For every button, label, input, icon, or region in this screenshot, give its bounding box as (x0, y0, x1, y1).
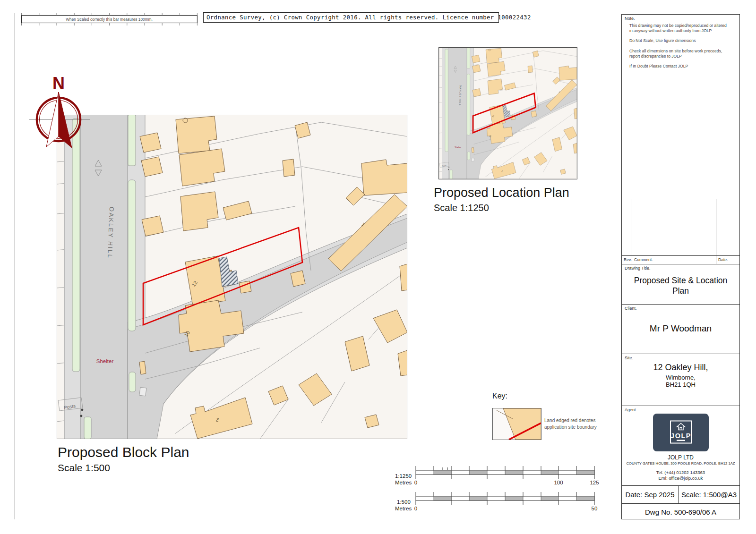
note-item: If In Doubt Please Contact JOLP (629, 64, 730, 69)
measure-bar-text: When Scaled correctly this bar measures … (66, 17, 153, 22)
key-label: Key: (492, 392, 507, 400)
agent-telephone: Tel: (+44) 01202 143363 (622, 470, 739, 475)
jolp-logo-graphic: JOLP (664, 420, 698, 445)
jolp-logo: JOLP (653, 414, 709, 451)
comment-column-label: Comment. (632, 256, 716, 264)
scalebar-500-ratio: 1:500 (397, 499, 411, 505)
site-section: Site. 12 Oakley Hill, Wimborne, BH21 1QH (622, 354, 739, 406)
client-name: Mr P Woodman (622, 323, 739, 334)
measure-bar: When Scaled correctly this bar measures … (21, 13, 198, 25)
site-address-line2: Wimborne, (622, 374, 739, 381)
block-plan-map: OAKLEY HILL Shelter Posts 12 10 1 2 (57, 115, 407, 439)
agent-email: Eml: office@jolp.co.uk (622, 475, 739, 481)
site-label: Site. (625, 356, 633, 360)
agent-label: Agent. (625, 407, 637, 412)
key-description: Land edged red denotes application site … (544, 417, 597, 430)
scalebar-1250-start: 0 (409, 480, 423, 485)
note-section: Note. This drawing may not be copied/rep… (622, 15, 739, 255)
key-swatch-graphic (493, 408, 541, 440)
date-scale-row: Date: Sep 2025 Scale: 1:500@A3 (622, 485, 739, 503)
block-plan-use (57, 115, 407, 439)
site-address-line3: BH21 1QH (622, 381, 739, 388)
location-plan-map (439, 48, 577, 179)
date-column-label: Date. (716, 256, 739, 264)
drawing-sheet: { "sheet": { "measure_bar_text": "When S… (0, 0, 756, 534)
block-plan-title: Proposed Block Plan (58, 444, 189, 460)
agent-section: Agent. JOLP JOLP LTD COUNTY GATES HOUSE,… (622, 406, 739, 485)
note-item: Do Not Scale, Use figure dimensions (629, 38, 730, 43)
scalebar-1250-mid: 100 (551, 480, 566, 485)
drawing-title-label: Drawing Title. (625, 266, 651, 271)
house-icon (677, 424, 685, 430)
revision-header-row: Rev. Comment. Date. (622, 255, 739, 264)
block-plan-scale: Scale 1:500 (58, 462, 110, 474)
logo-text: JOLP (670, 432, 691, 440)
scalebar-1250-end: 125 (587, 480, 601, 485)
scale-value: Scale: 1:500@A3 (679, 486, 739, 503)
drawing-number-row: Dwg No. 500-690/06 A (622, 503, 739, 520)
client-section: Client. Mr P Woodman (622, 304, 739, 354)
date-value: Date: Sep 2025 (622, 486, 679, 503)
location-plan-inset (438, 47, 577, 179)
key-swatch (492, 408, 541, 440)
scalebar-500 (411, 491, 599, 507)
agent-address: COUNTY GATES HOUSE, 300 POOLE ROAD, POOL… (622, 461, 739, 466)
north-label: N (52, 74, 65, 93)
note-item: Check all dimensions on site before work… (629, 49, 730, 59)
scalebar-500-start: 0 (409, 506, 423, 511)
copyright-text: Ordnance Survey, (c) Crown Copyright 201… (206, 14, 531, 21)
location-plan-use (439, 48, 577, 179)
scalebar-1250-ratio: 1:1250 (395, 473, 412, 479)
note-item: This drawing may not be copied/reproduce… (629, 23, 730, 34)
note-label: Note. (625, 16, 635, 21)
agent-company: JOLP LTD (622, 454, 739, 461)
copyright-strip: Ordnance Survey, (c) Crown Copyright 201… (203, 12, 499, 23)
north-arrow: N (28, 73, 94, 151)
drawing-title-section: Drawing Title. Proposed Site & Location … (622, 264, 739, 304)
site-address-line1: 12 Oakley Hill, (622, 363, 739, 373)
title-block: Note. This drawing may not be copied/rep… (621, 14, 740, 519)
sheet-border (15, 13, 15, 519)
rev-table-column-line (716, 199, 716, 255)
location-plan-scale: Scale 1:1250 (434, 203, 489, 213)
rev-table-column-line (632, 199, 632, 255)
drawing-number: Dwg No. 500-690/06 A (645, 508, 716, 516)
client-label: Client. (625, 306, 637, 311)
location-plan-title: Proposed Location Plan (434, 186, 569, 200)
rev-column-label: Rev. (622, 256, 632, 264)
drawing-title: Proposed Site & Location Plan (627, 276, 735, 297)
scalebar-500-end: 50 (587, 506, 601, 511)
notes-list: This drawing may not be copied/reproduce… (629, 23, 730, 74)
scalebar-1250 (411, 465, 599, 481)
measure-bar-graphic: When Scaled correctly this bar measures … (21, 13, 198, 25)
